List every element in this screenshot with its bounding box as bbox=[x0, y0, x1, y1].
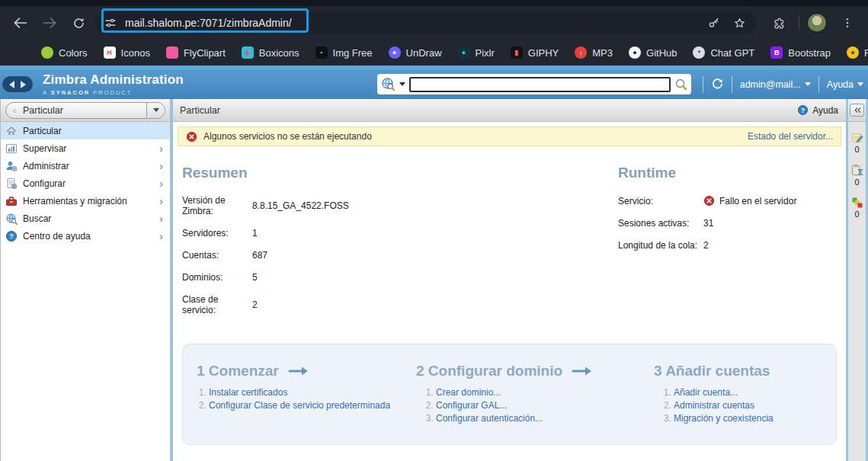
row-label: Dominios: bbox=[182, 272, 252, 283]
getting-started-item[interactable]: Añadir cuenta... bbox=[674, 387, 821, 398]
tree-back-chevron-icon[interactable]: ‹ bbox=[6, 104, 23, 116]
sidebar-item-administrar[interactable]: Administrar › bbox=[1, 157, 170, 174]
getting-started-item[interactable]: Configurar autenticación... bbox=[436, 413, 654, 424]
header-divider bbox=[732, 76, 732, 93]
help-menu[interactable]: Ayuda bbox=[827, 79, 863, 90]
back-button[interactable] bbox=[8, 10, 34, 36]
task-link[interactable]: Configurar GAL... bbox=[436, 400, 507, 411]
sidebar-item-configurar[interactable]: Configurar › bbox=[1, 174, 170, 192]
chevron-right-icon: › bbox=[159, 213, 163, 224]
bookmark-star-icon[interactable] bbox=[732, 16, 747, 30]
task-link[interactable]: Instalar certificados bbox=[209, 387, 287, 398]
task-link[interactable]: Migración y coexistencia bbox=[674, 413, 774, 424]
admin-search-input[interactable] bbox=[409, 77, 671, 92]
tree-selector-dropdown-button[interactable] bbox=[146, 103, 165, 118]
row-value: 31 bbox=[703, 218, 713, 229]
user-gear-icon bbox=[5, 160, 18, 172]
arrow-right-icon bbox=[288, 365, 309, 377]
getting-started-item[interactable]: Instalar certificados bbox=[209, 387, 416, 398]
address-bar[interactable]: mail.shalom.pe:7071/zimbraAdmin/ bbox=[94, 11, 756, 34]
sidebar-item-buscar[interactable]: Buscar › bbox=[1, 210, 170, 227]
row-label: Sesiones activas: bbox=[618, 218, 703, 229]
getting-started-item[interactable]: Administrar cuentas bbox=[674, 400, 821, 411]
bookmark-mp3[interactable]: ↓MP3 bbox=[575, 46, 613, 59]
home-icon bbox=[5, 125, 18, 137]
sidebar-item-label: Administrar bbox=[23, 161, 69, 171]
getting-started-column-1: 1 Comenzar Instalar certificados Configu… bbox=[197, 363, 416, 426]
bookmark-colors[interactable]: Colors bbox=[41, 46, 88, 59]
server-status-link[interactable]: Estado del servidor... bbox=[748, 131, 833, 142]
error-icon bbox=[186, 131, 197, 142]
search-scope-globe-icon[interactable] bbox=[381, 77, 396, 91]
profile-avatar[interactable] bbox=[807, 13, 827, 33]
pending-tasks-group[interactable]: 0 bbox=[851, 164, 863, 187]
bookmark-pixlr[interactable]: ●Pixlr bbox=[458, 46, 495, 59]
history-nav-pill[interactable] bbox=[2, 76, 33, 92]
forward-button[interactable] bbox=[37, 10, 62, 36]
bookmark-label: FlyClipart bbox=[184, 47, 226, 59]
search-scope-caret-icon[interactable] bbox=[399, 82, 405, 86]
search-submit-icon[interactable] bbox=[674, 78, 687, 91]
task-link[interactable]: Crear dominio... bbox=[436, 387, 501, 398]
nav-back-icon[interactable] bbox=[9, 81, 14, 88]
bookmark-undraw[interactable]: ●UnDraw bbox=[389, 46, 442, 59]
bookmark-giphy[interactable]: ▮GIPHY bbox=[511, 46, 559, 59]
task-link[interactable]: Añadir cuenta... bbox=[674, 387, 738, 398]
bookmark-label: Fondos bbox=[864, 47, 868, 59]
tree-selector[interactable]: ‹ Particular bbox=[5, 102, 165, 119]
bookmark-imgfree[interactable]: ▪Img Free bbox=[315, 46, 373, 59]
row-value: 687 bbox=[252, 250, 267, 261]
bookmark-bootstrap[interactable]: BBootstrap bbox=[770, 46, 831, 59]
sidebar-item-herramientas[interactable]: Herramientas y migración › bbox=[1, 192, 170, 210]
content-help-link[interactable]: ? Ayuda bbox=[797, 104, 838, 116]
error-icon bbox=[703, 195, 715, 206]
bookmark-fondos[interactable]: ●Fondos bbox=[847, 46, 868, 59]
account-label: admin@mail... bbox=[740, 79, 801, 90]
puzzle-icon bbox=[771, 16, 786, 30]
sidebar-item-particular[interactable]: Particular bbox=[1, 122, 170, 139]
chevron-right-icon: › bbox=[159, 230, 163, 242]
password-key-icon[interactable] bbox=[707, 16, 722, 30]
arrow-right-icon bbox=[572, 365, 593, 377]
collapse-pane-button[interactable] bbox=[850, 104, 864, 117]
getting-started-item[interactable]: Configurar GAL... bbox=[436, 400, 654, 411]
service-status-text: Fallo en el servidor bbox=[719, 196, 796, 206]
account-menu[interactable]: admin@mail... bbox=[740, 79, 811, 90]
url-text[interactable]: mail.shalom.pe:7071/zimbraAdmin/ bbox=[125, 17, 700, 29]
refresh-icon[interactable] bbox=[711, 78, 724, 91]
notifications-group[interactable]: 0 bbox=[851, 132, 863, 154]
status-objects-group[interactable]: 0 bbox=[851, 197, 863, 219]
summary-row: Clase de servicio:2 bbox=[182, 294, 618, 315]
getting-started-item[interactable]: Crear dominio... bbox=[436, 387, 654, 398]
chevron-right-icon: › bbox=[159, 142, 163, 154]
sidebar-item-label: Configurar bbox=[23, 178, 66, 189]
browser-menu-button[interactable] bbox=[834, 10, 860, 36]
bookmark-label: Pixlr bbox=[476, 47, 495, 59]
column-task-list: Instalar certificados Configurar Clase d… bbox=[197, 387, 416, 411]
sidebar-item-centro-de-ayuda[interactable]: ? Centro de ayuda › bbox=[1, 227, 170, 245]
getting-started-item[interactable]: Configurar Clase de servicio predetermin… bbox=[209, 400, 416, 411]
map-pin-icon: ● bbox=[847, 46, 859, 59]
task-link[interactable]: Administrar cuentas bbox=[674, 400, 754, 411]
bookmark-iconos[interactable]: HIconos bbox=[104, 46, 150, 59]
nav-forward-icon[interactable] bbox=[21, 81, 26, 88]
warning-banner: Algunos servicios no se están ejecutando… bbox=[178, 126, 841, 146]
sidebar-item-supervisar[interactable]: Supervisar › bbox=[1, 139, 170, 157]
site-settings-icon[interactable] bbox=[104, 16, 117, 30]
zimbra-admin-page: Zimbra Administration A SYNACOR PRODUCT … bbox=[0, 66, 868, 461]
getting-started-item[interactable]: Migración y coexistencia bbox=[674, 413, 821, 424]
dropdown-caret-icon bbox=[153, 108, 159, 112]
bookmark-chatgpt[interactable]: *Chat GPT bbox=[693, 46, 754, 59]
bookmark-boxicons[interactable]: ◆Boxicons bbox=[242, 46, 299, 59]
bookmark-flyclipart[interactable]: FlyClipart bbox=[166, 46, 226, 59]
reload-button[interactable] bbox=[66, 10, 91, 36]
extensions-button[interactable] bbox=[765, 10, 791, 36]
main-panel: Particular ? Ayuda Algunos servicios no … bbox=[173, 99, 846, 461]
task-link[interactable]: Configurar Clase de servicio predetermin… bbox=[209, 400, 390, 411]
svg-text:?: ? bbox=[801, 107, 805, 114]
bookmark-github[interactable]: ●GitHub bbox=[629, 46, 677, 59]
stacked-squares-icon bbox=[851, 197, 863, 209]
task-link[interactable]: Configurar autenticación... bbox=[436, 413, 543, 424]
summary-section: Resumen Versión de Zimbra:8.8.15_GA_4522… bbox=[182, 158, 618, 327]
sidebar-item-label: Buscar bbox=[23, 213, 51, 224]
